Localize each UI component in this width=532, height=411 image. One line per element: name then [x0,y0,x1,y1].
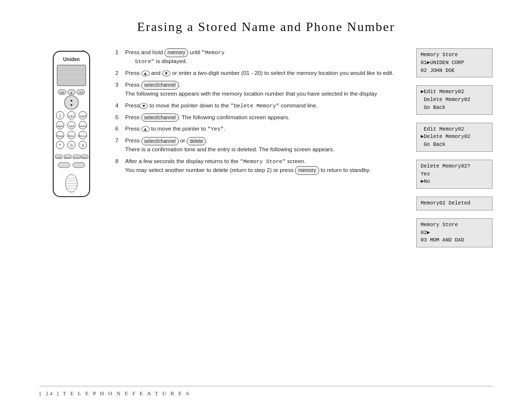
content-area: Uniden talk ▲ clid ▲ ▼ [39,48,493,386]
select-channel-label: select/channel [141,81,179,90]
svg-text:4ghi: 4ghi [57,124,64,128]
svg-text:3def: 3def [80,114,86,118]
svg-text:mem'y: mem'y [73,156,80,159]
page-footer: [ 24 ] T E L E P H O N E F E A T U R E S [39,386,493,396]
svg-rect-49 [73,163,85,168]
step-7: 7 Press select/channel or delete. There … [115,137,404,154]
memory-button-label: memory [165,48,188,57]
page-title: Erasing a Stored Name and Phone Number [137,20,395,34]
svg-rect-3 [57,65,86,86]
svg-text:▲: ▲ [69,98,73,103]
svg-text:▲: ▲ [70,91,73,94]
svg-text:0: 0 [70,143,72,148]
screen-6: Memory Store 02► 03 MOM AND DAD [416,218,493,247]
svg-text:redial: redial [56,156,62,159]
step-2: 2 Press ▲ and ▼ or enter a two-digit num… [115,69,404,78]
svg-rect-48 [58,163,70,168]
screen-4: Delete Memory02? Yes ►No [416,160,493,189]
steps-column: 1 Press and hold memory until "Memory St… [115,48,404,386]
svg-line-2 [83,50,88,51]
step-8: 8 After a few seconds the display return… [115,157,404,175]
screen-3: Edit Memory02 ►Delete Memory02 Go Back [416,123,493,152]
screen-5: Memory02 Deleted [416,197,493,210]
screen-1: Memory Store 01►UNIDEN CORP 02 JOHN DOE [416,48,493,77]
step-4: 4 Press▼ to move the pointer down to the… [115,102,404,110]
svg-text:9wxyz: 9wxyz [78,134,88,138]
svg-text:Uniden: Uniden [63,57,80,62]
svg-text:7pqrs: 7pqrs [56,134,64,138]
svg-text:5jkl: 5jkl [69,124,74,128]
screens-column: Memory Store 01►UNIDEN CORP 02 JOHN DOE … [416,48,493,386]
svg-text:delete: delete [81,156,88,159]
svg-text:1: 1 [59,114,61,118]
page-container: Erasing a Stored Name and Phone Number U… [0,0,532,411]
step-3: 3 Press select/channel. The following sc… [115,81,404,99]
phone-illustration: Uniden talk ▲ clid ▲ ▼ [39,48,103,386]
step-1: 1 Press and hold memory until "Memory St… [115,48,404,66]
phone-svg: Uniden talk ▲ clid ▲ ▼ [44,50,99,203]
svg-text:2abc: 2abc [68,114,74,118]
screen-2: ►Edit Memory02 Delete Memory02 Go Back [416,85,493,114]
step-6: 6 Press ▲ to move the pointer to "Yes". [115,125,404,134]
svg-text:options: options [64,156,71,159]
step-5: 5 Press select/channel. The following co… [115,113,404,122]
svg-text:▼: ▼ [69,103,73,107]
svg-text:6mno: 6mno [79,124,87,128]
svg-text:clid: clid [79,91,83,94]
svg-text:8tuv: 8tuv [68,134,75,138]
svg-text:talk: talk [60,91,65,94]
svg-text:*: * [59,143,62,148]
svg-text:#: # [82,143,84,148]
